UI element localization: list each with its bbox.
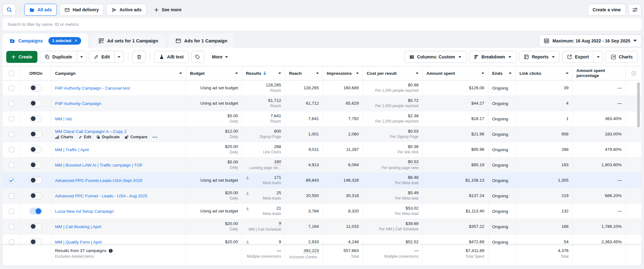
tag-button[interactable] [191,51,204,63]
filter-all-ads[interactable]: All ads [24,4,57,16]
tab-ads[interactable]: Ads for 1 Campaign [169,34,234,48]
campaign-toggle[interactable] [30,85,42,91]
chevron-down-icon[interactable] [235,73,238,74]
campaign-link[interactable]: Advanced PPC Funnel - Leads - USA - Aug … [55,194,147,198]
campaign-link[interactable]: MM | Boosted LAW AI | Traffic campaign |… [55,163,143,167]
row-action-charts[interactable]: Charts [55,135,73,139]
campaign-toggle[interactable] [30,177,42,184]
campaign-checkbox[interactable] [9,147,14,152]
campaign-checkbox[interactable] [9,101,14,106]
reports-button[interactable]: Reports [519,51,560,63]
campaign-checkbox[interactable] [9,193,14,199]
campaign-link[interactable]: Lucia New Ad Setup Campaign [55,209,114,214]
duplicate-dropdown[interactable] [77,51,86,63]
campaign-toggle[interactable] [30,239,42,245]
columns-button[interactable]: Columns: Custom [404,51,466,63]
create-button[interactable]: Create [6,51,37,63]
campaign-toggle[interactable] [30,115,42,122]
filter-had-delivery[interactable]: Had delivery [59,4,104,16]
chevron-down-icon[interactable] [356,73,359,74]
campaign-toggle[interactable] [30,192,42,199]
row-action-compare[interactable]: Compare [125,135,147,139]
export-dropdown[interactable] [593,51,603,63]
export-button[interactable]: Export [563,51,593,63]
campaign-link[interactable]: MM | Call Booking | April [55,224,101,229]
campaign-link[interactable]: MM | Traffic | April [55,147,89,152]
campaign-checkbox[interactable] [9,178,14,183]
download-icon[interactable] [245,240,250,244]
campaign-checkbox[interactable] [9,85,14,91]
search-input[interactable] [8,22,636,27]
view-settings-button[interactable] [628,4,641,16]
chevron-down-icon[interactable] [316,73,319,74]
column-header-impressions[interactable]: Impressions [323,66,363,80]
edit-dropdown[interactable] [114,51,124,63]
tab-ad-sets[interactable]: Ad sets for 1 Campaign [92,34,165,48]
column-header-budget[interactable]: Budget [186,66,242,80]
date-range-picker[interactable]: Maximum: 16 Aug 2022 - 16 Sep 2025 [539,35,641,47]
badge-close-icon[interactable]: ✕ [75,39,77,43]
campaign-checkbox[interactable] [9,162,14,168]
campaign-toggle[interactable] [30,162,42,168]
campaign-toggle[interactable] [30,100,42,107]
chevron-down-icon[interactable] [509,73,512,74]
campaign-checkbox[interactable] [9,239,14,245]
row-action-edit[interactable]: Edit [78,135,92,139]
download-icon[interactable] [245,206,250,211]
column-header-reach[interactable]: Reach [285,66,323,80]
campaign-toggle[interactable] [30,223,42,230]
results-cell: 180Landing page vie... [242,157,285,173]
campaign-toggle[interactable] [30,208,42,215]
campaign-link[interactable]: MM | Qualify Form | April [55,240,102,244]
info-icon[interactable] [108,249,113,253]
download-icon[interactable] [245,191,250,195]
chevron-down-icon[interactable] [566,73,569,74]
campaign-checkbox[interactable] [9,116,14,122]
duplicate-button[interactable]: Duplicate [40,51,77,63]
campaign-checkbox[interactable] [9,209,14,214]
vertical-scrollbar[interactable] [637,82,640,127]
cost-per-result-cell-stack: $53.02Per Meta lead [367,206,419,216]
see-more-button[interactable]: See more [149,4,186,16]
chevron-down-icon[interactable] [416,73,419,74]
column-header-campaign[interactable]: Campaign [51,66,186,80]
chevron-down-icon[interactable] [278,73,281,74]
campaign-link[interactable]: Advanced-PPC-Funnel-Leads-USA-Sept 2025 [55,178,142,183]
ab-test-button[interactable]: A/B test [154,51,189,63]
create-view-button[interactable]: Create a view [588,4,626,16]
campaign-checkbox[interactable] [9,132,14,137]
charts-button[interactable]: Charts [606,51,638,63]
column-header-cost-per-result[interactable]: Cost per result [363,66,423,80]
campaign-link[interactable]: P4P Authority Campaign [55,101,101,106]
campaign-link[interactable]: MM | Vid [55,117,72,121]
campaign-cell: Lucia New Ad Setup Campaign [51,204,186,219]
campaign-link[interactable]: P4P Authority Campaign - Carousel test [55,86,130,91]
cost-per-result-cell: $0.72Per 1,000 people reached [363,96,423,111]
amount-spent-cell-stack: $21.96 [426,132,484,137]
column-header-ends[interactable]: Ends [488,66,516,80]
campaign-toggle[interactable] [30,131,42,138]
download-icon[interactable] [245,176,250,180]
row-action-more-icon[interactable] [153,136,157,138]
selected-count-badge[interactable]: 1 selected ✕ [48,37,81,45]
sort-desc-icon[interactable] [263,71,266,75]
campaign-toggle[interactable] [30,146,42,153]
filter-active-ads[interactable]: Active ads [106,4,147,16]
column-header-link-clicks[interactable]: Link clicks [516,66,573,80]
impressions-cell: 11,287 [323,142,363,157]
campaign-link[interactable]: MM Clara/ Call Campaign/ A – Copy 2 [55,129,126,134]
search-button[interactable] [3,4,16,16]
edit-button[interactable]: Edit [89,51,114,63]
add-column-icon[interactable] [631,71,636,76]
breakdown-button[interactable]: Breakdown [469,51,516,63]
delete-button[interactable] [132,51,146,63]
select-all-checkbox[interactable] [9,71,14,76]
row-action-duplicate[interactable]: Duplicate [96,135,119,139]
campaign-checkbox[interactable] [9,224,14,229]
chevron-down-icon[interactable] [179,73,182,74]
more-button[interactable]: More [207,51,233,63]
chevron-down-icon[interactable] [481,73,484,74]
column-header-amount-spent[interactable]: Amount spent [423,66,488,80]
tab-campaigns[interactable]: Campaigns 1 selected ✕ [3,34,88,48]
column-header-results[interactable]: Results [242,66,285,80]
